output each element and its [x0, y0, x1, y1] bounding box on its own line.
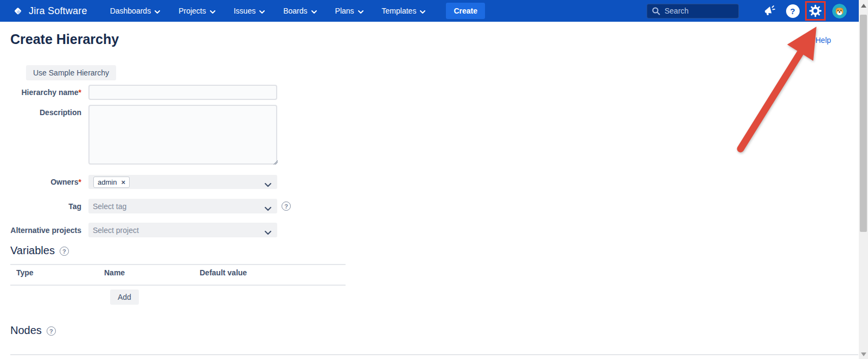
owners-label: Owners*: [0, 178, 81, 186]
top-nav-bar: Jira Software Dashboards Projects Issues…: [0, 0, 859, 22]
nodes-divider: [10, 354, 858, 355]
user-avatar[interactable]: [832, 4, 847, 18]
search-icon: [652, 7, 661, 18]
tag-placeholder: Select tag: [93, 202, 126, 211]
description-row: Description: [0, 105, 277, 167]
nav-item-issues[interactable]: Issues: [234, 6, 265, 16]
use-sample-hierarchy-button[interactable]: Use Sample Hierarchy: [26, 65, 116, 80]
help-icon[interactable]: ?: [784, 3, 801, 19]
chevron-down-icon: [259, 7, 265, 16]
chevron-down-icon: [265, 180, 271, 190]
alternative-projects-placeholder: Select project: [93, 226, 139, 235]
variables-table-header: Type Name Default value: [10, 268, 346, 277]
page-title: Create Hierarchy: [10, 32, 119, 47]
settings-highlight-box: [805, 1, 826, 21]
chevron-down-icon: [358, 7, 363, 16]
nav-item-templates[interactable]: Templates: [382, 6, 426, 16]
chevron-down-icon: [420, 7, 425, 16]
table-divider: [10, 285, 346, 286]
megaphone-icon[interactable]: [761, 3, 777, 19]
required-mark: *: [79, 178, 81, 186]
variables-help-icon[interactable]: ?: [60, 247, 69, 256]
alternative-projects-label: Alternative projects: [0, 226, 81, 235]
tag-label: Tag: [0, 202, 81, 211]
description-textarea[interactable]: [88, 105, 277, 165]
gear-icon[interactable]: [808, 3, 823, 18]
column-header-name: Name: [104, 268, 200, 277]
hierarchy-name-input[interactable]: [88, 85, 277, 100]
nodes-help-icon[interactable]: ?: [47, 326, 56, 336]
search-box: [647, 4, 739, 18]
alternative-projects-select[interactable]: Select project: [88, 223, 277, 237]
tag-help-icon[interactable]: ?: [282, 201, 291, 211]
tag-select[interactable]: Select tag: [88, 199, 277, 213]
owners-row: Owners* admin ×: [0, 175, 277, 189]
nav-item-projects[interactable]: Projects: [178, 6, 215, 16]
vertical-scrollbar[interactable]: [859, 0, 868, 359]
help-link[interactable]: Help: [815, 36, 831, 45]
owners-select[interactable]: admin ×: [88, 175, 277, 189]
tag-row: Tag Select tag: [0, 199, 277, 213]
description-label: Description: [0, 105, 81, 167]
table-divider: [10, 264, 346, 265]
alternative-projects-row: Alternative projects Select project: [0, 223, 277, 237]
column-header-type: Type: [10, 268, 104, 277]
scrollbar-up-icon[interactable]: [861, 4, 866, 8]
chevron-down-icon: [265, 228, 271, 237]
chevron-down-icon: [311, 7, 317, 16]
chevron-down-icon: [265, 204, 271, 213]
scrollbar-down-icon[interactable]: [861, 352, 866, 356]
owner-chip: admin ×: [93, 177, 130, 188]
add-variable-button[interactable]: Add: [110, 289, 139, 305]
scrollbar-thumb[interactable]: [860, 15, 867, 232]
owner-chip-label: admin: [98, 178, 117, 186]
nav-menu: Dashboards Projects Issues Boards Plans: [110, 6, 444, 16]
nav-item-boards[interactable]: Boards: [283, 6, 316, 16]
column-header-default-value: Default value: [200, 268, 346, 277]
nodes-heading: Nodes ?: [10, 324, 56, 337]
app-window: Jira Software Dashboards Projects Issues…: [0, 0, 868, 359]
chevron-down-icon: [210, 7, 215, 16]
jira-logo-icon: [12, 5, 24, 17]
jira-logo[interactable]: Jira Software: [12, 5, 87, 17]
remove-owner-icon[interactable]: ×: [121, 179, 125, 186]
nav-item-dashboards[interactable]: Dashboards: [110, 6, 161, 16]
nav-item-plans[interactable]: Plans: [335, 6, 363, 16]
chevron-down-icon: [155, 7, 160, 16]
jira-logo-text: Jira Software: [29, 5, 87, 17]
required-mark: *: [79, 88, 81, 97]
hierarchy-name-label: Hierarchy name*: [0, 88, 81, 97]
create-button[interactable]: Create: [446, 3, 485, 19]
hierarchy-name-row: Hierarchy name*: [0, 85, 277, 100]
variables-heading: Variables ?: [10, 244, 69, 257]
